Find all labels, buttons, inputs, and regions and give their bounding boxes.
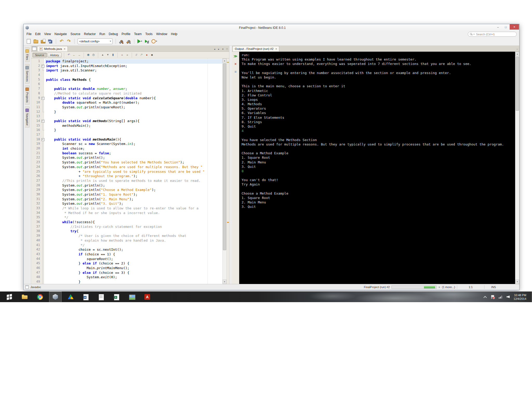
tab-output[interactable]: Output - FinalProject (run) #2 ×: [232, 46, 279, 51]
error-stripe-top-mark[interactable]: [227, 62, 229, 63]
start-macro-icon[interactable]: ●: [144, 52, 149, 57]
line-number[interactable]: 27: [31, 178, 41, 183]
line-number[interactable]: 45: [31, 261, 41, 266]
code-line[interactable]: 9 public static void calculateSquare(dou…: [31, 96, 222, 101]
code-line[interactable]: 4: [31, 73, 222, 77]
line-number[interactable]: 14: [31, 119, 41, 123]
line-number[interactable]: 43: [31, 252, 41, 257]
scroll-up-icon[interactable]: ▲: [223, 58, 227, 63]
sidebar-tab-projects[interactable]: Projects: [25, 85, 30, 105]
output-scrollbar[interactable]: ▲ ▼: [515, 52, 519, 284]
next-bookmark-icon[interactable]: ▾: [105, 52, 110, 57]
line-number[interactable]: 12: [31, 110, 41, 114]
line-number[interactable]: 17: [31, 132, 41, 137]
line-number[interactable]: 21: [31, 151, 41, 156]
output-scrollbar-track[interactable]: [515, 56, 519, 280]
code-line[interactable]: 20 int choice;: [31, 146, 222, 151]
code-line[interactable]: 2import java.util.InputMismatchException…: [31, 64, 222, 68]
editor-scrollbar-track[interactable]: [223, 63, 227, 280]
close-button[interactable]: ×: [510, 24, 519, 30]
line-number[interactable]: 19: [31, 142, 41, 146]
maximize-editor-icon[interactable]: □: [225, 47, 229, 51]
clean-build-project-button[interactable]: [125, 38, 132, 45]
code-line[interactable]: 15 methodsMain();: [31, 123, 222, 128]
line-number[interactable]: 44: [31, 257, 41, 261]
line-number[interactable]: 22: [31, 155, 41, 160]
line-number[interactable]: 25: [31, 169, 41, 174]
line-number[interactable]: 46: [31, 266, 41, 270]
volume-icon[interactable]: [506, 294, 511, 300]
line-number[interactable]: 3: [31, 68, 41, 73]
google-drive-button[interactable]: [64, 291, 77, 302]
menu-team[interactable]: Team: [132, 31, 143, 37]
sidebar-tab-services[interactable]: Services: [25, 64, 30, 84]
code-line[interactable]: 3import java.util.Scanner;: [31, 68, 222, 73]
adobe-reader-button[interactable]: [141, 291, 154, 302]
search-input[interactable]: [476, 32, 515, 36]
code-line[interactable]: 21 boolean success = false;: [31, 151, 222, 156]
code-line[interactable]: 8 //Method to calculate square root init…: [31, 91, 222, 96]
taskbar-clock[interactable]: 10:48 PM 12/4/2014: [514, 293, 526, 301]
sidebar-tab-files[interactable]: Files: [25, 47, 30, 62]
line-number[interactable]: 6: [31, 82, 41, 87]
dropdown-arrow-icon[interactable]: ▾: [148, 40, 149, 42]
code-line[interactable]: 35 */: [31, 215, 222, 220]
line-number[interactable]: 23: [31, 160, 41, 165]
line-number[interactable]: 38: [31, 229, 41, 234]
redo-button[interactable]: ↷: [65, 38, 72, 45]
more-processes-label[interactable]: (1 more...): [442, 286, 455, 289]
editor-output-splitter[interactable]: [229, 46, 232, 284]
line-number[interactable]: 31: [31, 197, 41, 202]
line-number[interactable]: 42: [31, 247, 41, 252]
line-number[interactable]: 9: [31, 96, 41, 101]
find-occurrences-icon[interactable]: ◎: [91, 52, 96, 57]
run-project-button[interactable]: ▾: [136, 38, 143, 45]
ant-settings-icon[interactable]: ≡: [233, 69, 238, 74]
menu-profile[interactable]: Profile: [120, 31, 132, 37]
minimize-button[interactable]: –: [494, 24, 502, 30]
code-line[interactable]: 10 double squareRoot = Math.sqrt(number)…: [31, 100, 222, 105]
output-scrollbar-thumb[interactable]: [516, 57, 519, 111]
profile-project-button[interactable]: ▾: [151, 38, 158, 45]
code-line[interactable]: 17: [31, 132, 222, 137]
tab-close-icon[interactable]: ×: [64, 47, 65, 50]
code-line[interactable]: 12 }: [31, 110, 222, 114]
code-fold-icon[interactable]: [41, 96, 45, 101]
menu-tools[interactable]: Tools: [143, 31, 154, 37]
line-number[interactable]: 41: [31, 243, 41, 248]
code-fold-icon[interactable]: [41, 119, 45, 123]
code-line[interactable]: 39 /* User is given the choice of differ…: [31, 234, 222, 238]
code-line[interactable]: 49 }: [31, 280, 222, 284]
output-tab-close-icon[interactable]: ×: [275, 47, 277, 50]
code-line[interactable]: 36 while(!success){: [31, 220, 222, 224]
code-line[interactable]: 38 try{: [31, 229, 222, 234]
line-number[interactable]: 36: [31, 220, 41, 224]
excel-document-button[interactable]: [110, 291, 123, 302]
back-icon[interactable]: ←: [72, 52, 76, 57]
tab-methods-java[interactable]: Methods.java ×: [37, 46, 68, 51]
code-line[interactable]: 46 Main.printMainMenu();: [31, 266, 222, 270]
line-number[interactable]: 26: [31, 174, 41, 178]
open-project-button[interactable]: [40, 38, 46, 45]
tab-scroll-right-icon[interactable]: ▸: [217, 47, 221, 51]
line-number[interactable]: 4: [31, 73, 41, 77]
line-number[interactable]: 32: [31, 201, 41, 206]
code-line[interactable]: 11 System.out.println(squareRoot);: [31, 105, 222, 110]
new-project-button[interactable]: [32, 38, 39, 45]
menu-run[interactable]: Run: [98, 31, 107, 37]
code-line[interactable]: 34 * Method if he or she inputs a incorr…: [31, 211, 222, 215]
chrome-button[interactable]: [34, 291, 46, 302]
scroll-down-icon[interactable]: ▼: [223, 280, 227, 284]
editor-scrollbar[interactable]: ▲ ▼: [222, 58, 227, 284]
forward-icon[interactable]: →: [77, 52, 82, 57]
comment-icon[interactable]: //: [134, 52, 139, 57]
code-line[interactable]: 26 + "throughout the program.");: [31, 174, 222, 178]
code-line[interactable]: 42 choice = sc.nextInt();: [31, 247, 222, 252]
code-line[interactable]: 22 System.out.println();: [31, 155, 222, 160]
code-line[interactable]: 24 System.out.println("Methods are used …: [31, 165, 222, 169]
network-icon[interactable]: [498, 294, 503, 300]
netbeans-button[interactable]: [49, 291, 62, 302]
code-line[interactable]: 13: [31, 114, 222, 119]
new-file-button[interactable]: [25, 38, 32, 45]
rerun-icon[interactable]: ≫: [233, 54, 238, 58]
